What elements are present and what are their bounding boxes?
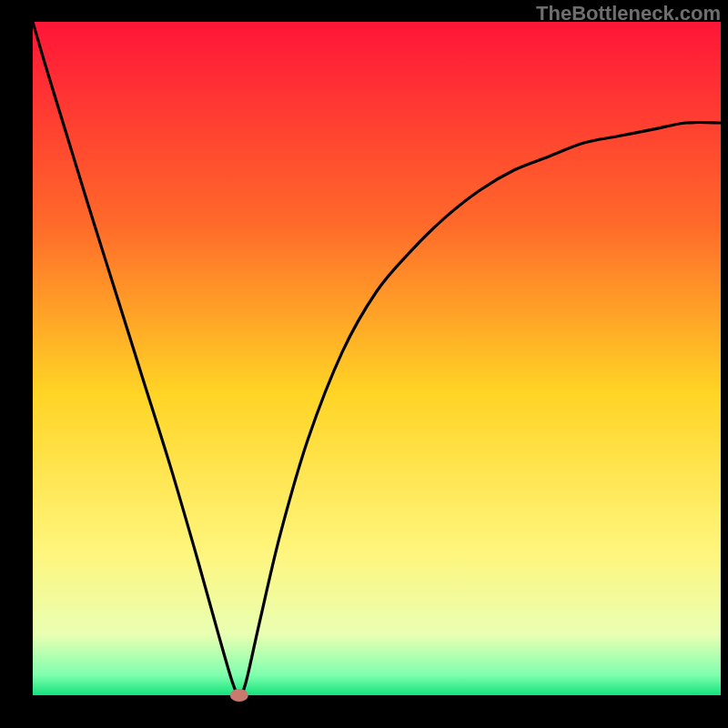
bottleneck-chart <box>0 0 728 728</box>
chart-frame: TheBottleneck.com <box>0 0 728 728</box>
watermark-text: TheBottleneck.com <box>536 2 721 25</box>
optimal-point-marker <box>230 689 248 702</box>
